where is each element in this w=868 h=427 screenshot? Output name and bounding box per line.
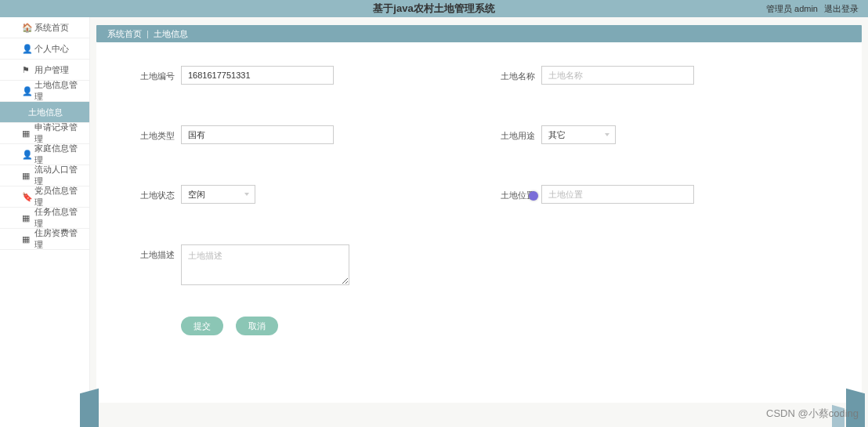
grid-icon: ▦ bbox=[22, 128, 31, 139]
sidebar-item-users[interactable]: ⚑ 用户管理 bbox=[0, 60, 89, 81]
sidebar-item-label: 住房资费管理 bbox=[34, 227, 83, 251]
sidebar-item-label: 流动人口管理 bbox=[34, 164, 83, 187]
submit-button[interactable]: 提交 bbox=[181, 317, 223, 335]
sidebar-item-land-info[interactable]: 👤 土地信息管理 bbox=[0, 81, 89, 102]
logout-link[interactable]: 退出登录 bbox=[824, 3, 859, 15]
grid-icon: ▦ bbox=[22, 171, 31, 181]
decoration bbox=[80, 389, 99, 427]
decoration bbox=[846, 389, 865, 427]
form-panel: 土地编号 土地名称 土地类型 土地用途 其它 bbox=[96, 42, 862, 403]
field-tudi-mingcheng: 土地名称 bbox=[488, 66, 694, 85]
label-tudi-miaoshu: 土地描述 bbox=[128, 244, 175, 261]
topbar-right: 管理员 admin 退出登录 bbox=[766, 3, 859, 15]
input-tudi-weizhi[interactable] bbox=[541, 185, 694, 204]
sidebar-item-land-info-sub[interactable]: 土地信息 bbox=[0, 102, 89, 123]
label-tudi-weizhi: 土地位置 bbox=[488, 185, 535, 201]
button-row: 提交 取消 bbox=[181, 317, 830, 335]
sidebar-item-label: 土地信息管理 bbox=[34, 79, 83, 103]
breadcrumb: 系统首页 | 土地信息 bbox=[96, 25, 862, 42]
input-tudi-bianhao[interactable] bbox=[181, 66, 334, 85]
sidebar-item-label: 家庭信息管理 bbox=[34, 143, 83, 166]
sidebar-item-home[interactable]: 🏠 系统首页 bbox=[0, 17, 89, 38]
cancel-button[interactable]: 取消 bbox=[236, 317, 278, 335]
flag-icon: ⚑ bbox=[22, 65, 31, 75]
breadcrumb-root[interactable]: 系统首页 bbox=[107, 28, 142, 40]
bookmark-icon: 🔖 bbox=[22, 192, 31, 202]
user-icon: 👤 bbox=[22, 150, 31, 160]
sidebar-item-party[interactable]: 🔖 党员信息管理 bbox=[0, 186, 89, 208]
select-tudi-zhuangtai[interactable]: 空闲 bbox=[181, 185, 255, 204]
field-tudi-bianhao: 土地编号 bbox=[128, 66, 488, 85]
sidebar-item-family[interactable]: 👤 家庭信息管理 bbox=[0, 144, 89, 165]
label-tudi-zhuangtai: 土地状态 bbox=[128, 185, 175, 201]
admin-label[interactable]: 管理员 admin bbox=[766, 3, 818, 15]
sidebar-item-label: 申请记录管理 bbox=[34, 121, 83, 145]
textarea-tudi-miaoshu[interactable] bbox=[181, 244, 349, 285]
sidebar-item-apply[interactable]: ▦ 申请记录管理 bbox=[0, 123, 89, 144]
grid-icon: ▦ bbox=[22, 234, 31, 244]
user-icon: 👤 bbox=[22, 86, 31, 96]
sidebar-item-label: 土地信息 bbox=[28, 107, 63, 118]
sidebar-item-task[interactable]: ▦ 任务信息管理 bbox=[0, 208, 89, 229]
topbar: 基于java农村土地管理系统 管理员 admin 退出登录 bbox=[0, 0, 868, 17]
sidebar-item-label: 个人中心 bbox=[34, 43, 69, 55]
field-tudi-leixing: 土地类型 bbox=[128, 125, 488, 144]
sidebar-item-profile[interactable]: 👤 个人中心 bbox=[0, 38, 89, 60]
select-value: 其它 bbox=[548, 129, 566, 141]
home-icon: 🏠 bbox=[22, 23, 31, 33]
label-tudi-bianhao: 土地编号 bbox=[128, 66, 175, 82]
input-tudi-mingcheng[interactable] bbox=[541, 66, 694, 85]
select-value: 空闲 bbox=[188, 189, 205, 201]
label-tudi-mingcheng: 土地名称 bbox=[488, 66, 535, 82]
label-tudi-yongtu: 土地用途 bbox=[488, 125, 535, 142]
user-icon: 👤 bbox=[22, 44, 31, 54]
sidebar-item-label: 系统首页 bbox=[34, 22, 69, 34]
sidebar-item-float-pop[interactable]: ▦ 流动人口管理 bbox=[0, 165, 89, 186]
cursor-indicator bbox=[529, 191, 538, 201]
decoration bbox=[832, 405, 844, 427]
sidebar-item-housing[interactable]: ▦ 住房资费管理 bbox=[0, 229, 89, 250]
field-tudi-weizhi: 土地位置 bbox=[488, 185, 694, 204]
field-tudi-zhuangtai: 土地状态 空闲 bbox=[128, 185, 488, 204]
breadcrumb-current: 土地信息 bbox=[154, 28, 188, 40]
page-title: 基于java农村土地管理系统 bbox=[373, 2, 494, 16]
grid-icon: ▦ bbox=[22, 213, 31, 223]
select-tudi-yongtu[interactable]: 其它 bbox=[541, 125, 616, 144]
sidebar: 🏠 系统首页 👤 个人中心 ⚑ 用户管理 👤 土地信息管理 土地信息 ▦ 申请记… bbox=[0, 17, 90, 427]
label-tudi-leixing: 土地类型 bbox=[128, 125, 175, 142]
field-tudi-yongtu: 土地用途 其它 bbox=[488, 125, 616, 144]
field-tudi-miaoshu: 土地描述 bbox=[128, 244, 488, 285]
sidebar-item-label: 任务信息管理 bbox=[34, 206, 83, 230]
breadcrumb-sep: | bbox=[146, 29, 149, 38]
sidebar-item-label: 用户管理 bbox=[34, 64, 69, 76]
input-tudi-leixing[interactable] bbox=[181, 125, 334, 144]
main: 系统首页 | 土地信息 土地编号 土地名称 土地类型 bbox=[90, 17, 868, 427]
sidebar-item-label: 党员信息管理 bbox=[34, 185, 83, 208]
